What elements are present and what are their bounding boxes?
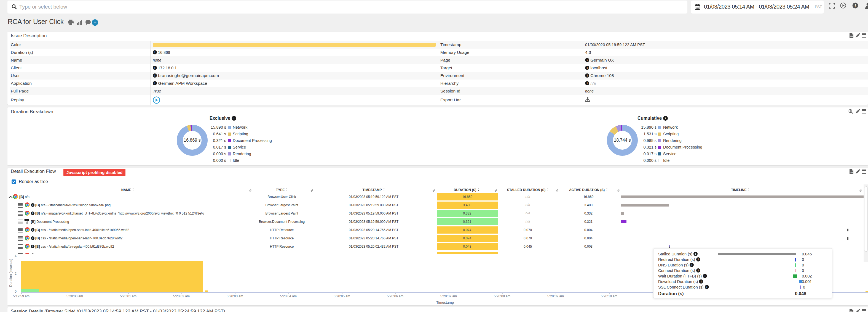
svg-text:CSV: CSV bbox=[850, 35, 853, 37]
svg-text:i: i bbox=[855, 4, 856, 8]
svg-text:CSV: CSV bbox=[850, 311, 853, 312]
svg-text:CSV: CSV bbox=[850, 171, 853, 173]
